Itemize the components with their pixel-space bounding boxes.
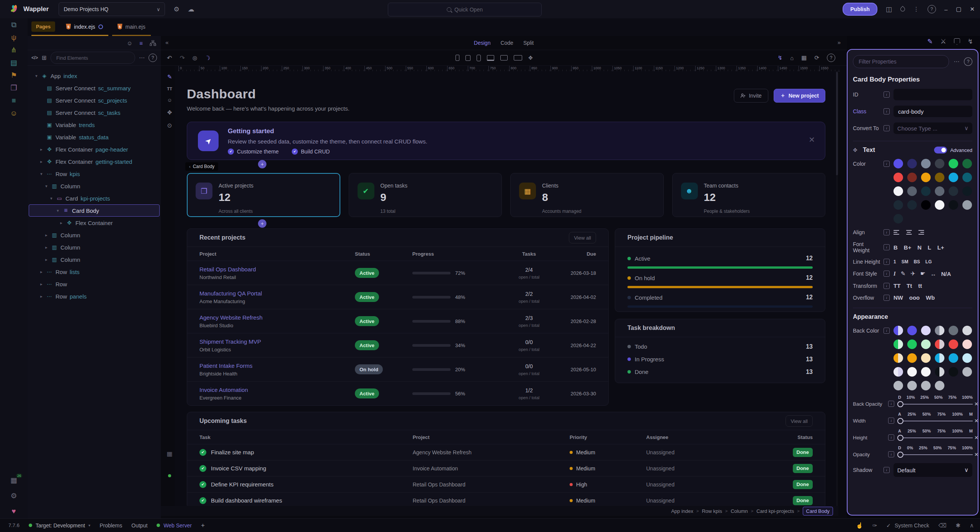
back-color-swatch[interactable] (893, 381, 903, 390)
slider-scale-label[interactable]: 100% (962, 395, 973, 400)
thumbs-up-icon[interactable]: ☝ (856, 522, 863, 529)
breadcrumb-link[interactable]: Column (731, 508, 748, 514)
panel-layout-icon[interactable]: ◫ (886, 5, 892, 13)
rail-item[interactable]: ⋔ (0, 44, 28, 56)
target-selector[interactable]: Target: Development ▾ (29, 522, 90, 529)
drag-handle-icon[interactable]: ✥ (853, 147, 863, 153)
tree-item[interactable]: ▸ ✥ Flex Container (28, 217, 161, 229)
web-server-button[interactable]: Web Server (157, 522, 192, 529)
table-row[interactable]: Manufacturing QA Portal Acme Manufacturi… (187, 285, 608, 309)
back-color-swatch[interactable] (962, 326, 972, 335)
color-swatch[interactable] (907, 159, 917, 168)
back-color-swatch[interactable] (962, 339, 972, 349)
color-swatch[interactable] (921, 173, 931, 182)
kpi-card[interactable]: ▦ Clients 8 Accounts managed (510, 173, 664, 217)
tree-item[interactable]: ▾ ▥ Column (28, 180, 161, 192)
back-color-swatch[interactable] (893, 326, 903, 335)
back-color-swatch[interactable] (893, 353, 903, 363)
tree-chevron-icon[interactable]: ▸ (38, 294, 45, 299)
tree-item[interactable]: ▸ ▥ Column (28, 241, 161, 253)
breadcrumb-link[interactable]: Card kpi-projects (756, 508, 794, 514)
transform-option[interactable]: TT (893, 282, 900, 289)
rocket-icon[interactable]: ✈ (910, 270, 915, 277)
tree-item[interactable]: ▸ ⋯ Row (28, 278, 161, 290)
user-view-icon[interactable]: ☺ (167, 97, 172, 103)
tree-chevron-icon[interactable]: ▸ (43, 233, 50, 238)
help-icon[interactable]: ? (964, 57, 972, 66)
color-swatch[interactable] (907, 173, 917, 182)
edit-mode-icon[interactable]: ✎ (167, 73, 172, 80)
back-color-swatch[interactable] (921, 353, 931, 363)
class-input[interactable] (897, 108, 969, 115)
back-color-swatch[interactable] (949, 367, 958, 377)
slider-scale-label[interactable]: 50% (922, 412, 931, 416)
tree-item[interactable]: ▾ ▭ Card kpi-projects (28, 192, 161, 204)
rail-item[interactable]: ❒ (0, 82, 28, 94)
clear-icon[interactable]: ✕ (974, 452, 978, 457)
breadcrumb-link[interactable]: Row kpis (702, 508, 722, 514)
more-options-icon[interactable]: ⋯ (954, 58, 959, 65)
slider-scale-label[interactable]: D (898, 446, 901, 450)
settings-gear-icon[interactable]: ⚙ (173, 5, 179, 13)
color-swatch[interactable] (962, 173, 972, 182)
back-color-swatch[interactable] (907, 381, 917, 390)
font-weight-option[interactable]: N (917, 244, 921, 251)
font-weight-option[interactable]: L+ (937, 244, 944, 251)
slider-knob[interactable] (897, 418, 903, 424)
table-row[interactable]: ✔Build dashboard wireframes Retail Ops D… (187, 492, 825, 506)
clear-icon[interactable]: ✕ (974, 435, 978, 441)
tree-chevron-icon[interactable]: ▸ (38, 269, 45, 274)
table-row[interactable]: Patient Intake Forms Brightside Health O… (187, 357, 608, 381)
color-swatch[interactable] (921, 159, 931, 168)
tree-item[interactable]: ▸ ▥ Column (28, 253, 161, 266)
color-swatch[interactable] (949, 186, 958, 196)
color-swatch[interactable] (962, 159, 972, 168)
color-swatch[interactable] (949, 159, 958, 168)
tree-chevron-icon[interactable]: ▸ (58, 220, 65, 225)
kpi-card[interactable]: ❒ Active projects 12 Across all clients (187, 173, 340, 217)
slider-scale-label[interactable]: A (898, 429, 901, 433)
tree-chevron-icon[interactable]: ▾ (48, 196, 55, 201)
transform-option[interactable]: Tt (906, 282, 912, 289)
back-color-swatch[interactable] (921, 339, 931, 349)
help-icon[interactable]: ? (928, 5, 936, 13)
slider-scale-label[interactable]: M (969, 412, 973, 416)
tree-chevron-icon[interactable]: ▾ (38, 171, 45, 176)
table-row[interactable]: Invoice Automation Evergreen Finance Act… (187, 381, 608, 405)
back-color-swatch[interactable] (949, 326, 958, 335)
tree-item[interactable]: ▾ ⋯ Row kpis (28, 168, 161, 180)
tree-item[interactable]: ▤ Server Connect sc_summary (28, 82, 161, 94)
slider-scale-label[interactable]: 50% (933, 446, 942, 450)
slider-scale-label[interactable]: 100% (962, 446, 973, 450)
add-element-button[interactable]: + (258, 219, 266, 228)
back-color-swatch[interactable] (935, 367, 944, 377)
breadcrumb-link[interactable]: App index (671, 508, 693, 514)
bug-icon[interactable]: ✱ (956, 522, 960, 529)
convert-to-select[interactable]: Choose Type ... ∨ (893, 122, 972, 134)
slider-scale-label[interactable]: 75% (948, 395, 957, 400)
back-color-swatch[interactable] (893, 367, 903, 377)
tree-chevron-icon[interactable]: ▸ (43, 245, 50, 250)
project-name-link[interactable]: Patient Intake Forms (199, 362, 355, 369)
add-element-button[interactable]: + (258, 160, 266, 168)
tab-main-ejs[interactable]: 5 main.ejs (112, 18, 151, 35)
tree-item[interactable]: ▤ Server Connect sc_projects (28, 94, 161, 106)
output-button[interactable]: Output (131, 522, 147, 529)
tree-chevron-icon[interactable]: ▸ (38, 282, 45, 287)
device-laptop-icon[interactable] (487, 55, 494, 61)
rail-item[interactable]: ⧉ (0, 18, 28, 31)
device-monitor-icon[interactable] (514, 55, 522, 60)
color-swatch[interactable] (893, 159, 903, 168)
kpi-card[interactable]: ☻ Team contacts 12 People & stakeholders (672, 173, 826, 217)
chevron-up-icon[interactable]: ∧ (970, 522, 974, 529)
back-color-swatch[interactable] (907, 367, 917, 377)
dark-mode-icon[interactable]: ☽ (204, 54, 211, 62)
tree-item[interactable]: ▸ ▥ Column (28, 229, 161, 241)
undo-icon[interactable]: ↶ (167, 54, 172, 62)
eraser-icon[interactable]: ⌫ (938, 522, 946, 529)
minimize-button[interactable]: – (944, 6, 947, 13)
fit-view-icon[interactable]: ✥ (528, 55, 533, 61)
color-swatch[interactable] (907, 200, 917, 210)
slider-scale-label[interactable]: 10% (906, 395, 915, 400)
id-input[interactable] (897, 91, 969, 98)
